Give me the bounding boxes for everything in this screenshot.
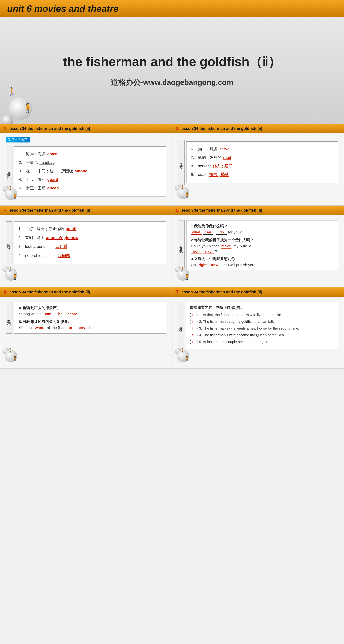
sent-en-5: She also wants all the fish to serve her… xyxy=(19,326,162,330)
vocab-cn-7: 疯的；发怒的 xyxy=(198,154,221,162)
sent-blank-heard: heard xyxy=(67,312,78,316)
sent-cn-3: 3.立刻去，否则我要惩罚你！ xyxy=(191,256,334,261)
sent-word-or: , or I will punish you! xyxy=(221,263,255,267)
slide-6-person-icon: 🧍 xyxy=(12,356,18,362)
slide-7-num: 7 xyxy=(176,289,179,295)
slide-4-header: 4 lesson 34 the fisherman and the goldfi… xyxy=(0,206,172,215)
slide-2-header: 2 lesson 34 the fisherman and the goldfi… xyxy=(0,124,172,133)
sent-en-1: what can I do for you? xyxy=(191,230,334,235)
hero-title: the fisherman and the goldfish（ⅱ） xyxy=(63,53,281,70)
page-title: unit 6 movies and theatre xyxy=(7,3,119,14)
slide-4-figure: 🚶 🧍 xyxy=(3,266,17,281)
sent-blank-rich: rich xyxy=(191,249,202,254)
slide-4-phrase-content: 1. （灯）熄灭；停止运转 go off 2. 立刻；马上 at once/ri… xyxy=(14,221,166,264)
vocab-en-9: 撞击；坠落 xyxy=(209,171,229,178)
tf-header: 根据课文内容，判断正(T)误(F)。 xyxy=(190,305,335,310)
tf-bracket-open-3: ( xyxy=(190,326,191,331)
slide-3-vocab: 6. 为……服务 serve 7. 疯的；发怒的 mad 8. servant xyxy=(186,142,338,183)
slide-2-subtitle: lesson 34 the fisherman and the goldfish… xyxy=(9,126,90,131)
sent-cn-5: 5. 她还想让所有的鱼为她服务。 xyxy=(19,319,162,324)
preview-tag: 课前自主预习 xyxy=(6,137,30,142)
vocab-num-5: 5. xyxy=(19,184,24,192)
tf-row-3: ( f ) 3. The fisherman's wife wants a ne… xyxy=(190,326,335,331)
tf-bracket-close-1: ) xyxy=(196,312,198,318)
slide-5-sentences: 1.我能为你做什么吗？ what can I do for you? 2.你能让… xyxy=(186,220,338,271)
slide-5-person-icon: 🧍 xyxy=(184,274,190,280)
slide-6-sentence-content: 4. 能听到巨大的海浪声。 Strong waves can be heard … xyxy=(14,302,166,334)
vocab-row-6: 6. 为……服务 serve xyxy=(191,145,334,153)
slide-7-header: 7 lesson 34 the fisherman and the goldfi… xyxy=(172,288,344,297)
sent-en-3: Go right now , or I will punish you! xyxy=(191,263,334,267)
sent-blank-do: do xyxy=(216,230,227,235)
sent-word-strong-waves: Strong waves xyxy=(19,312,42,316)
vocab-row-7: 7. 疯的；发怒的 mad xyxy=(191,154,334,162)
slide-2: 2 lesson 34 the fisherman and the goldfi… xyxy=(0,124,172,205)
tf-bracket-open-5: ( xyxy=(190,339,191,344)
tf-val-5: t xyxy=(192,339,195,344)
vocab-cn-8: servant xyxy=(198,162,211,170)
slide-4-body: 短语互译 1. （灯）熄灭；停止运转 go off 2. 立刻；马上 at on… xyxy=(0,215,172,282)
phrase-row-3: 3. look around 四处看 xyxy=(18,242,162,251)
phrase-row-4: 4. no problem 没问题 xyxy=(18,252,162,260)
tf-text-2: 2. The fisherman caught a goldfish that … xyxy=(199,319,334,324)
slide-7-section-label: 课文初探 xyxy=(178,302,184,349)
slide-3: 3 lesson 34 the fisherman and the goldfi… xyxy=(172,124,344,205)
phrase-en-2: at once/right now xyxy=(46,234,78,242)
sent-blank-serve: serve xyxy=(77,326,88,330)
tf-row-5: ( t ) 5. At last, the old couple became … xyxy=(190,339,335,344)
vocab-num-9: 9. xyxy=(191,171,196,178)
tf-val-2: t xyxy=(192,319,195,324)
slide-6-figure: 🚶 🧍 xyxy=(3,348,17,362)
slide-6-sentences: 4. 能听到巨大的海浪声。 Strong waves can be heard … xyxy=(14,302,166,334)
slide-4-stick-icon: 🚶 xyxy=(8,266,13,272)
stick-figure-icon: 🚶 xyxy=(7,87,17,96)
phrase-zh-3: 四处看 xyxy=(56,242,67,251)
slide-3-vocab-box: 单词阅关 6. 为……服务 serve 7. 疯的；发怒的 mad xyxy=(178,140,338,185)
vocab-cn-9: crash xyxy=(198,171,208,178)
sent-cn-2: 2.你能让我的妻子成为一个贵妇人吗？ xyxy=(191,238,334,242)
sent-en-2a: Could you please make my wife a xyxy=(191,244,334,248)
tf-bracket-open-4: ( xyxy=(190,332,191,338)
tf-text-1: 1. At first, the fisherman and his wife … xyxy=(199,312,334,318)
phrase-row-2: 2. 立刻；马上 at once/right now xyxy=(18,234,162,242)
vocab-num-4: 4. xyxy=(19,176,24,184)
slide-6-subtitle: lesson 34 the fisherman and the goldfish… xyxy=(9,290,90,294)
phrase-num-4: 4. xyxy=(18,252,24,260)
slide-4-phrase-box: 短语互译 1. （灯）熄灭；停止运转 go off 2. 立刻；马上 at on… xyxy=(6,221,166,264)
sent-blank-now: now xyxy=(209,263,220,267)
slide-6-num: 6 xyxy=(4,289,7,295)
slide-3-section-label: 单词阅关 xyxy=(178,140,185,185)
tf-text-3: 3. The fisherman's wife wants a new hous… xyxy=(199,326,334,331)
tf-text-5: 5. At last, the old couple became poor a… xyxy=(199,339,334,344)
slide-6-stick-icon: 🚶 xyxy=(8,348,13,354)
sent-blank-can: can xyxy=(203,230,213,235)
slide-2-vocab: 1. 海岸；海滨 coast 2. 手提包 handbag 3. 在……中间；被… xyxy=(14,146,166,196)
slide-4-person-icon: 🧍 xyxy=(12,274,18,280)
slide-5-sentence-content: 1.我能为你做什么吗？ what can I do for you? 2.你能让… xyxy=(186,220,338,271)
slide-6-body: 句型在线 4. 能听到巨大的海浪声。 Strong waves can be h… xyxy=(0,297,172,364)
slide-2-vocab-box: 单词阅关 1. 海岸；海滨 coast 2. 手提包 handbag xyxy=(6,144,166,198)
slide-2-body: 课前自主预习 单词阅关 1. 海岸；海滨 coast 2. 手提包 handba… xyxy=(0,133,172,202)
vocab-en-2: handbag xyxy=(40,159,55,166)
tf-bracket-close-5: ) xyxy=(196,339,198,344)
slide-7-body: 课文初探 根据课文内容，判断正(T)误(F)。 ( t ) 1. At firs… xyxy=(172,297,344,364)
sent-blank-wants: wants xyxy=(35,326,46,330)
sent-word-q: ? xyxy=(215,249,217,254)
vocab-num-2: 2. xyxy=(19,159,24,166)
vocab-row-8: 8. servant 仆人；雇工 xyxy=(191,162,334,170)
hero-slide: the fisherman and the goldfish（ⅱ） 道格办公-w… xyxy=(0,17,344,124)
sent-word-her: her. xyxy=(89,326,96,330)
vocab-cn-2: 手提包 xyxy=(26,159,38,166)
tf-bracket-close-4: ) xyxy=(196,332,198,338)
sent-word-she-also: She also xyxy=(19,326,34,330)
vocab-num-8: 8. xyxy=(191,162,196,170)
tf-bracket-open-2: ( xyxy=(190,319,191,324)
slide-6-section-label: 句型在线 xyxy=(6,302,13,334)
sent-blank-right: right xyxy=(197,263,208,267)
slide-7-figure: 🚶 🧍 xyxy=(175,348,189,362)
vocab-row-4: 4. 卫兵；看守 guard xyxy=(19,176,162,184)
sent-blank-make: make xyxy=(221,244,231,248)
vocab-en-1: coast xyxy=(47,150,58,158)
slide-5-body: 句型在线 1.我能为你做什么吗？ what can I do for you? xyxy=(172,215,344,282)
vocab-cn-3: 在……中间；被……所围绕 xyxy=(26,167,73,175)
